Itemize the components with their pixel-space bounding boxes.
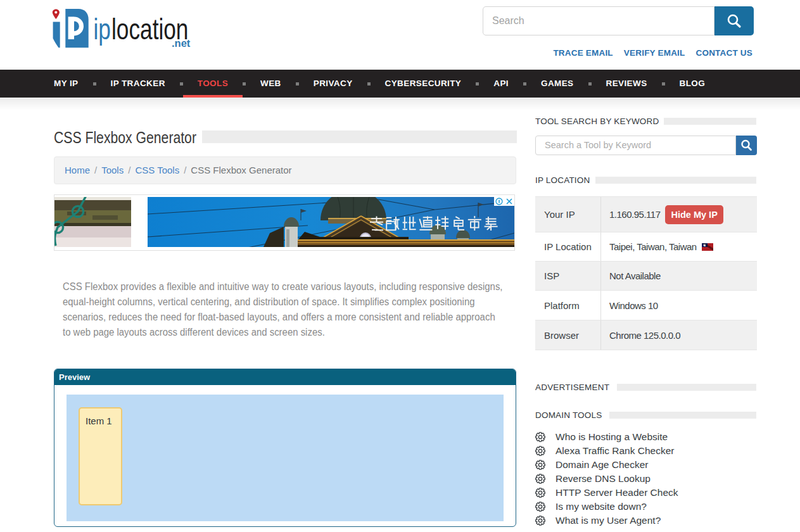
svg-text:ip: ip [94,12,111,46]
svg-text:.net: .net [172,37,191,49]
